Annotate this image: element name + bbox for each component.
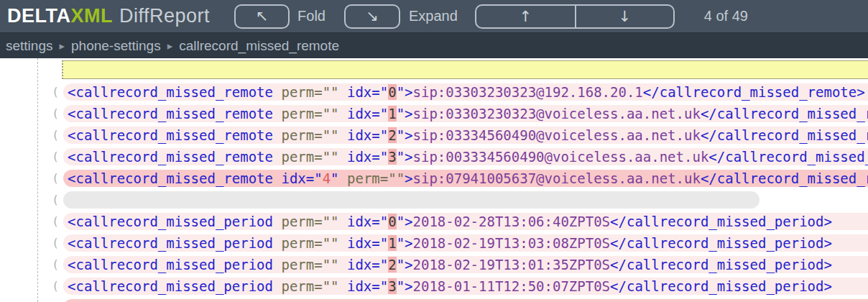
- code-lines: ( <callrecord_missed_remote perm="" idx=…: [0, 83, 868, 302]
- expand-button-label: Expand: [409, 8, 458, 24]
- up-arrow-icon: ↑: [519, 8, 532, 25]
- fold-arrow-icon: ↖: [256, 9, 269, 24]
- code-token: [339, 278, 347, 294]
- code-token: 1: [388, 235, 396, 251]
- code-token: 2: [388, 257, 396, 273]
- code-token: [273, 149, 281, 165]
- code-token: idx=": [347, 149, 388, 165]
- code-token: idx=": [347, 257, 388, 273]
- code-token: 2018-02-28T13:06:40ZPT0S: [413, 214, 611, 229]
- logo-product: DiffReport: [119, 5, 210, 27]
- code-token: <callrecord_missed_remote: [68, 170, 273, 186]
- code-token: [339, 106, 347, 122]
- code-token: [339, 149, 347, 165]
- code-token: sip:03303230323@192.168.20.1: [413, 84, 643, 100]
- next-diff-button[interactable]: ↓: [575, 6, 673, 27]
- code-token: </callrecord_missed_remote>: [708, 149, 868, 165]
- code-token: <callrecord_missed_period: [68, 235, 273, 251]
- code-line: ( <callrecord_missed_period perm="" idx=…: [0, 213, 868, 230]
- fold-toggle-icon[interactable]: (: [47, 299, 63, 302]
- code-line-content: <callrecord_missed_remote perm="" idx="3…: [63, 148, 868, 165]
- app-logo: DELTAXMLDiffReport: [7, 5, 210, 27]
- fold-button-label: Fold: [297, 8, 326, 24]
- code-line: ( <callrecord_missed_remote perm="" idx=…: [0, 148, 868, 165]
- code-line: ( <callrecord_missed_period perm="" idx=…: [0, 234, 868, 252]
- breadcrumb-item-phone-settings[interactable]: phone-settings: [71, 38, 161, 54]
- fold-toggle-icon[interactable]: (: [47, 278, 63, 295]
- code-token: ">: [397, 149, 413, 165]
- code-line-content: <callrecord_missed_remote perm="" idx="2…: [63, 127, 868, 144]
- code-token: 4: [323, 170, 331, 186]
- breadcrumb-item-callrecord-missed-remote[interactable]: callrecord_missed_remote: [179, 38, 339, 54]
- code-line: ( <callrecord_missed_remote perm="" idx=…: [0, 105, 868, 122]
- expand-button[interactable]: ↘: [344, 4, 400, 29]
- code-token: ">: [397, 127, 413, 143]
- fold-toggle-icon[interactable]: (: [47, 170, 63, 187]
- code-token: 3: [388, 149, 396, 165]
- inserted-block-highlight: [62, 60, 868, 79]
- diff-nav-group: ↑ ↓: [475, 4, 675, 29]
- code-token: 0: [388, 84, 396, 100]
- code-line: ( <callrecord_missed_period perm="" idx=…: [0, 278, 868, 295]
- code-token: ">: [397, 106, 413, 122]
- fold-toggle-icon[interactable]: (: [47, 105, 63, 122]
- code-token: 2018-02-19T13:01:35ZPT0S: [413, 257, 611, 273]
- code-token: idx=": [347, 278, 388, 294]
- code-token: ">: [397, 214, 413, 229]
- code-token: idx=": [347, 235, 388, 251]
- previous-diff-button[interactable]: ↑: [476, 6, 575, 27]
- down-arrow-icon: ↓: [618, 8, 631, 25]
- code-token: perm="": [281, 278, 338, 294]
- fold-toggle-icon[interactable]: (: [47, 191, 63, 209]
- fold-toggle-icon[interactable]: (: [47, 148, 63, 165]
- fold-toggle-icon[interactable]: (: [47, 127, 63, 144]
- code-token: [339, 127, 347, 143]
- code-token: <callrecord_missed_period: [68, 278, 273, 294]
- code-token: 2: [388, 127, 396, 143]
- fold-button[interactable]: ↖: [234, 4, 290, 29]
- logo-xml: XML: [70, 5, 113, 27]
- code-token: 2018-01-11T12:50:07ZPT0S: [413, 278, 611, 294]
- logo-delta: DELTA: [7, 5, 70, 27]
- code-line-content: <callrecord_missed_remote idx="4" perm="…: [63, 170, 868, 187]
- code-token: idx=": [281, 170, 322, 186]
- diff-view: ( <callrecord_missed_remote perm="" idx=…: [0, 58, 868, 302]
- breadcrumb-separator-icon: ▸: [167, 40, 173, 52]
- code-token: ">: [397, 235, 413, 251]
- code-token: [273, 235, 281, 251]
- code-token: </callrecord_missed_period>: [610, 257, 832, 273]
- code-line-content: <callrecord_missed_period idx="4" perm="…: [63, 299, 868, 302]
- expand-arrow-icon: ↘: [366, 9, 379, 24]
- code-token: perm="": [281, 149, 338, 165]
- code-token: <callrecord_missed_remote: [68, 84, 273, 100]
- code-token: [273, 84, 281, 100]
- code-token: perm="": [281, 257, 338, 273]
- code-token: </callrecord_missed_period>: [610, 278, 832, 294]
- code-token: ": [331, 170, 338, 186]
- breadcrumb-item-settings[interactable]: settings: [6, 38, 52, 54]
- code-token: [273, 257, 281, 273]
- fold-toggle-icon[interactable]: (: [47, 213, 63, 230]
- code-token: 2018-02-19T13:03:08ZPT0S: [413, 235, 611, 251]
- code-token: [273, 278, 281, 294]
- code-line-content: <callrecord_missed_period perm="" idx="3…: [63, 278, 868, 295]
- code-line-content: <callrecord_missed_period perm="" idx="0…: [63, 213, 868, 230]
- fold-toggle-icon[interactable]: (: [47, 83, 63, 101]
- fold-toggle-icon[interactable]: (: [47, 256, 63, 273]
- code-token: idx=": [347, 127, 388, 143]
- code-token: </callrecord_missed_period>: [610, 214, 832, 229]
- code-token: idx=": [347, 84, 388, 100]
- code-token: perm="": [281, 84, 338, 100]
- code-token: perm="": [281, 214, 338, 229]
- code-token: sip:03303230323@voiceless.aa.net.uk: [413, 106, 701, 122]
- code-token: </callrecord_missed_remote>: [701, 106, 868, 122]
- code-token: perm="": [281, 106, 338, 122]
- code-token: 3: [388, 278, 396, 294]
- code-line: ( <callrecord_missed_remote idx="4" perm…: [0, 170, 868, 187]
- code-token: sip:003334560490@voiceless.aa.net.uk: [413, 149, 709, 165]
- code-line-content: <callrecord_missed_period perm="" idx="1…: [63, 234, 868, 252]
- fold-toggle-icon[interactable]: (: [47, 234, 63, 252]
- code-line-content: <callrecord_missed_remote perm="" idx="1…: [63, 105, 868, 122]
- code-token: sip:03334560490@voiceless.aa.net.uk: [413, 127, 701, 143]
- code-line-content: <callrecord_missed_period perm="" idx="2…: [63, 256, 868, 273]
